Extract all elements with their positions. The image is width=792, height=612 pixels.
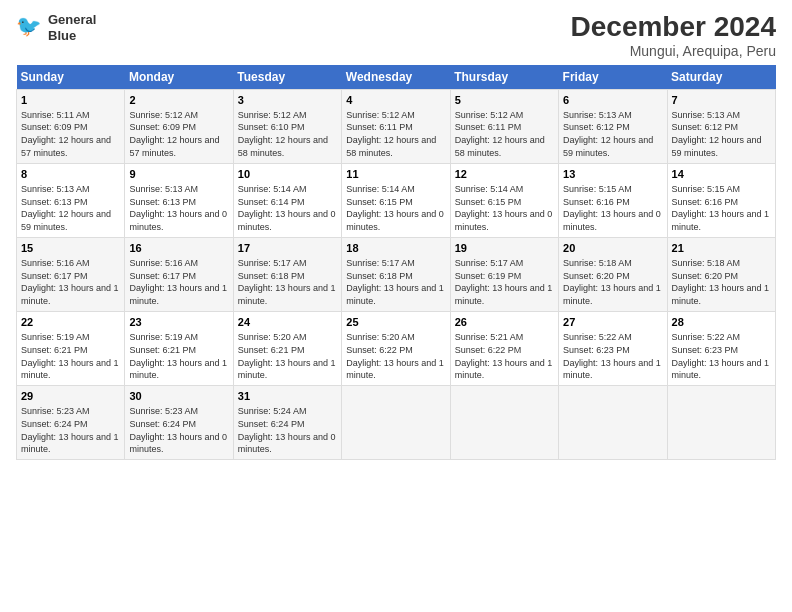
day-info: Sunrise: 5:14 AMSunset: 6:14 PMDaylight:… — [238, 184, 336, 232]
day-number: 13 — [563, 167, 662, 182]
day-info: Sunrise: 5:11 AMSunset: 6:09 PMDaylight:… — [21, 110, 111, 158]
title-block: December 2024 Mungui, Arequipa, Peru — [571, 12, 776, 59]
calendar-cell: 2Sunrise: 5:12 AMSunset: 6:09 PMDaylight… — [125, 89, 233, 163]
logo: 🐦 General Blue — [16, 12, 96, 43]
calendar-cell: 16Sunrise: 5:16 AMSunset: 6:17 PMDayligh… — [125, 237, 233, 311]
day-number: 29 — [21, 389, 120, 404]
svg-text:🐦: 🐦 — [16, 14, 42, 39]
day-info: Sunrise: 5:13 AMSunset: 6:12 PMDaylight:… — [672, 110, 762, 158]
day-number: 10 — [238, 167, 337, 182]
day-info: Sunrise: 5:12 AMSunset: 6:11 PMDaylight:… — [455, 110, 545, 158]
week-row-5: 29Sunrise: 5:23 AMSunset: 6:24 PMDayligh… — [17, 386, 776, 460]
day-info: Sunrise: 5:13 AMSunset: 6:13 PMDaylight:… — [21, 184, 111, 232]
calendar-cell: 13Sunrise: 5:15 AMSunset: 6:16 PMDayligh… — [559, 163, 667, 237]
calendar-cell: 18Sunrise: 5:17 AMSunset: 6:18 PMDayligh… — [342, 237, 450, 311]
header-row: SundayMondayTuesdayWednesdayThursdayFrid… — [17, 65, 776, 90]
day-info: Sunrise: 5:16 AMSunset: 6:17 PMDaylight:… — [21, 258, 119, 306]
day-number: 14 — [672, 167, 771, 182]
day-info: Sunrise: 5:18 AMSunset: 6:20 PMDaylight:… — [563, 258, 661, 306]
day-info: Sunrise: 5:12 AMSunset: 6:10 PMDaylight:… — [238, 110, 328, 158]
day-number: 28 — [672, 315, 771, 330]
day-info: Sunrise: 5:12 AMSunset: 6:11 PMDaylight:… — [346, 110, 436, 158]
calendar-cell: 30Sunrise: 5:23 AMSunset: 6:24 PMDayligh… — [125, 386, 233, 460]
calendar-cell: 29Sunrise: 5:23 AMSunset: 6:24 PMDayligh… — [17, 386, 125, 460]
col-header-thursday: Thursday — [450, 65, 558, 90]
calendar-cell: 12Sunrise: 5:14 AMSunset: 6:15 PMDayligh… — [450, 163, 558, 237]
day-info: Sunrise: 5:13 AMSunset: 6:13 PMDaylight:… — [129, 184, 227, 232]
calendar-cell — [667, 386, 775, 460]
day-info: Sunrise: 5:14 AMSunset: 6:15 PMDaylight:… — [455, 184, 553, 232]
calendar-cell: 22Sunrise: 5:19 AMSunset: 6:21 PMDayligh… — [17, 312, 125, 386]
day-info: Sunrise: 5:19 AMSunset: 6:21 PMDaylight:… — [21, 332, 119, 380]
day-number: 8 — [21, 167, 120, 182]
day-number: 27 — [563, 315, 662, 330]
day-number: 31 — [238, 389, 337, 404]
day-number: 12 — [455, 167, 554, 182]
day-number: 9 — [129, 167, 228, 182]
day-info: Sunrise: 5:17 AMSunset: 6:18 PMDaylight:… — [238, 258, 336, 306]
day-info: Sunrise: 5:20 AMSunset: 6:22 PMDaylight:… — [346, 332, 444, 380]
day-info: Sunrise: 5:17 AMSunset: 6:18 PMDaylight:… — [346, 258, 444, 306]
day-number: 5 — [455, 93, 554, 108]
day-number: 21 — [672, 241, 771, 256]
calendar-cell: 3Sunrise: 5:12 AMSunset: 6:10 PMDaylight… — [233, 89, 341, 163]
week-row-2: 8Sunrise: 5:13 AMSunset: 6:13 PMDaylight… — [17, 163, 776, 237]
day-number: 17 — [238, 241, 337, 256]
day-number: 19 — [455, 241, 554, 256]
day-info: Sunrise: 5:13 AMSunset: 6:12 PMDaylight:… — [563, 110, 653, 158]
day-number: 3 — [238, 93, 337, 108]
calendar-cell: 7Sunrise: 5:13 AMSunset: 6:12 PMDaylight… — [667, 89, 775, 163]
day-number: 22 — [21, 315, 120, 330]
day-number: 23 — [129, 315, 228, 330]
day-number: 2 — [129, 93, 228, 108]
day-info: Sunrise: 5:23 AMSunset: 6:24 PMDaylight:… — [129, 406, 227, 454]
day-info: Sunrise: 5:16 AMSunset: 6:17 PMDaylight:… — [129, 258, 227, 306]
day-number: 15 — [21, 241, 120, 256]
day-number: 20 — [563, 241, 662, 256]
calendar-cell: 8Sunrise: 5:13 AMSunset: 6:13 PMDaylight… — [17, 163, 125, 237]
calendar-cell: 20Sunrise: 5:18 AMSunset: 6:20 PMDayligh… — [559, 237, 667, 311]
day-number: 6 — [563, 93, 662, 108]
col-header-tuesday: Tuesday — [233, 65, 341, 90]
week-row-4: 22Sunrise: 5:19 AMSunset: 6:21 PMDayligh… — [17, 312, 776, 386]
calendar-cell: 19Sunrise: 5:17 AMSunset: 6:19 PMDayligh… — [450, 237, 558, 311]
day-number: 25 — [346, 315, 445, 330]
calendar-cell: 21Sunrise: 5:18 AMSunset: 6:20 PMDayligh… — [667, 237, 775, 311]
day-number: 7 — [672, 93, 771, 108]
calendar-cell — [450, 386, 558, 460]
calendar-cell: 31Sunrise: 5:24 AMSunset: 6:24 PMDayligh… — [233, 386, 341, 460]
day-number: 16 — [129, 241, 228, 256]
day-info: Sunrise: 5:23 AMSunset: 6:24 PMDaylight:… — [21, 406, 119, 454]
day-info: Sunrise: 5:24 AMSunset: 6:24 PMDaylight:… — [238, 406, 336, 454]
logo-icon: 🐦 — [16, 14, 44, 42]
calendar-cell: 14Sunrise: 5:15 AMSunset: 6:16 PMDayligh… — [667, 163, 775, 237]
day-info: Sunrise: 5:22 AMSunset: 6:23 PMDaylight:… — [563, 332, 661, 380]
col-header-sunday: Sunday — [17, 65, 125, 90]
calendar-cell: 17Sunrise: 5:17 AMSunset: 6:18 PMDayligh… — [233, 237, 341, 311]
calendar-cell: 27Sunrise: 5:22 AMSunset: 6:23 PMDayligh… — [559, 312, 667, 386]
calendar-cell: 9Sunrise: 5:13 AMSunset: 6:13 PMDaylight… — [125, 163, 233, 237]
day-number: 1 — [21, 93, 120, 108]
calendar-cell — [342, 386, 450, 460]
calendar-cell: 1Sunrise: 5:11 AMSunset: 6:09 PMDaylight… — [17, 89, 125, 163]
calendar-cell: 11Sunrise: 5:14 AMSunset: 6:15 PMDayligh… — [342, 163, 450, 237]
page-container: 🐦 General Blue December 2024 Mungui, Are… — [0, 0, 792, 468]
col-header-saturday: Saturday — [667, 65, 775, 90]
week-row-3: 15Sunrise: 5:16 AMSunset: 6:17 PMDayligh… — [17, 237, 776, 311]
calendar-cell — [559, 386, 667, 460]
calendar-cell: 26Sunrise: 5:21 AMSunset: 6:22 PMDayligh… — [450, 312, 558, 386]
calendar-cell: 10Sunrise: 5:14 AMSunset: 6:14 PMDayligh… — [233, 163, 341, 237]
day-info: Sunrise: 5:22 AMSunset: 6:23 PMDaylight:… — [672, 332, 770, 380]
day-info: Sunrise: 5:19 AMSunset: 6:21 PMDaylight:… — [129, 332, 227, 380]
day-info: Sunrise: 5:20 AMSunset: 6:21 PMDaylight:… — [238, 332, 336, 380]
calendar-cell: 15Sunrise: 5:16 AMSunset: 6:17 PMDayligh… — [17, 237, 125, 311]
day-number: 11 — [346, 167, 445, 182]
page-title: December 2024 — [571, 12, 776, 43]
day-info: Sunrise: 5:12 AMSunset: 6:09 PMDaylight:… — [129, 110, 219, 158]
col-header-wednesday: Wednesday — [342, 65, 450, 90]
header: 🐦 General Blue December 2024 Mungui, Are… — [16, 12, 776, 59]
calendar-cell: 25Sunrise: 5:20 AMSunset: 6:22 PMDayligh… — [342, 312, 450, 386]
day-number: 26 — [455, 315, 554, 330]
col-header-monday: Monday — [125, 65, 233, 90]
day-info: Sunrise: 5:21 AMSunset: 6:22 PMDaylight:… — [455, 332, 553, 380]
